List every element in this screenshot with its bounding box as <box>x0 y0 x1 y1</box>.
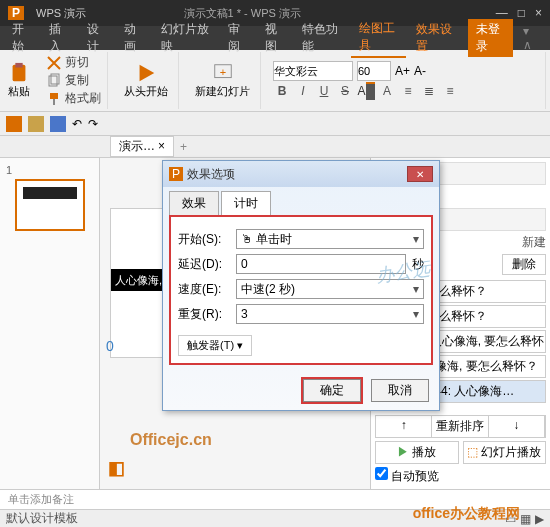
remove-button[interactable]: 删除 <box>502 254 546 275</box>
repeat-label: 重复(R): <box>178 306 230 323</box>
start-label: 开始(S): <box>178 231 230 248</box>
tab-timing[interactable]: 计时 <box>221 191 271 216</box>
underline-button[interactable]: U <box>315 82 333 100</box>
doc-tabstrip: 演示… × + <box>0 136 550 158</box>
tab-close-icon[interactable]: × <box>158 139 165 153</box>
numbering-button[interactable]: ≣ <box>420 82 438 100</box>
close-button[interactable]: × <box>535 6 542 20</box>
watermark-footer: office办公教程网 <box>413 505 520 523</box>
dialog-close-button[interactable]: ✕ <box>407 166 433 182</box>
view-slideshow-icon[interactable]: ▶ <box>535 512 544 526</box>
paste-group: 粘贴 <box>4 52 34 109</box>
screen-icon: ⬚ <box>467 445 478 459</box>
ok-button[interactable]: 确定 <box>303 379 361 402</box>
reorder-down[interactable]: ↓ <box>489 416 545 437</box>
copy-icon <box>46 73 62 89</box>
delay-unit: 秒 <box>412 256 424 273</box>
thumbnail-panel: 1 <box>0 158 100 489</box>
delay-spinner[interactable]: 0 <box>236 254 406 274</box>
office-logo-icon: ◧ <box>108 457 125 479</box>
minimize-button[interactable]: — <box>496 6 508 20</box>
add-tab-button[interactable]: + <box>174 140 193 154</box>
view-sorter-icon[interactable]: ▦ <box>520 512 531 526</box>
menu-bar: 开始 插入 设计 动画 幻灯片放映 审阅 视图 特色功能 绘图工具 效果设置 未… <box>0 26 550 50</box>
paste-button[interactable]: 粘贴 <box>8 84 30 99</box>
font-grow[interactable]: A+ <box>395 64 410 78</box>
repeat-select[interactable]: 3 <box>236 304 424 324</box>
template-name: 默认设计模板 <box>6 510 78 527</box>
svg-rect-1 <box>15 63 22 68</box>
quick-toolbar: ↶ ↷ <box>0 112 550 136</box>
maximize-button[interactable]: □ <box>518 6 525 20</box>
slideshow-button[interactable]: ⬚ 幻灯片播放 <box>463 441 547 464</box>
dialog-titlebar[interactable]: P 效果选项 ✕ <box>163 161 439 187</box>
save-icon[interactable] <box>50 116 66 132</box>
new-slide-icon: + <box>212 62 234 84</box>
play-icon <box>135 62 157 84</box>
brush-icon <box>46 91 62 107</box>
svg-rect-5 <box>53 99 55 105</box>
bullets-button[interactable]: ≡ <box>399 82 417 100</box>
effect-options-dialog: P 效果选项 ✕ 效果 计时 开始(S): 🖱 单击时 延迟(D): 0 秒 速… <box>162 160 440 411</box>
mouse-icon: 🖱 <box>241 232 253 246</box>
start-select[interactable]: 🖱 单击时 <box>236 229 424 249</box>
copy-button[interactable]: 复制 <box>46 72 101 89</box>
svg-marker-6 <box>140 65 155 82</box>
cut-button[interactable]: 剪切 <box>46 54 101 71</box>
speed-label: 速度(E): <box>178 281 230 298</box>
strike-button[interactable]: S <box>336 82 354 100</box>
scissors-icon <box>46 55 62 71</box>
font-shrink[interactable]: A- <box>414 64 426 78</box>
anim-marker-1: 0 <box>106 338 114 354</box>
reorder-bar: ↑ 重新排序 ↓ <box>375 415 546 438</box>
newslide-button[interactable]: 新建幻灯片 <box>195 84 250 99</box>
italic-button[interactable]: I <box>294 82 312 100</box>
font-color-button[interactable]: A <box>357 82 375 100</box>
format-painter-button[interactable]: 格式刷 <box>46 90 101 107</box>
highlight-button[interactable]: A <box>378 82 396 100</box>
redo-button[interactable]: ↷ <box>88 117 98 131</box>
watermark-url: Officejc.cn <box>130 431 212 449</box>
dialog-title: 效果选项 <box>187 166 235 183</box>
open-icon[interactable] <box>28 116 44 132</box>
font-name-select[interactable] <box>273 61 353 81</box>
fromhead-button[interactable]: 从头开始 <box>124 84 168 99</box>
cancel-button[interactable]: 取消 <box>371 379 429 402</box>
slide-number: 1 <box>6 164 12 176</box>
font-size-select[interactable] <box>357 61 391 81</box>
dialog-body: 开始(S): 🖱 单击时 延迟(D): 0 秒 速度(E): 中速(2 秒) 重… <box>169 215 433 365</box>
trigger-button[interactable]: 触发器(T) ▾ <box>178 335 252 356</box>
dialog-icon: P <box>169 167 183 181</box>
delay-label: 延迟(D): <box>178 256 230 273</box>
app-logo: P <box>8 6 24 20</box>
menu-overflow[interactable]: ▾ ∧ <box>515 22 546 54</box>
ribbon: 粘贴 剪切 复制 格式刷 从头开始 + 新建幻灯片 A+ A- B I U S … <box>0 50 550 112</box>
undo-button[interactable]: ↶ <box>72 117 82 131</box>
align-button[interactable]: ≡ <box>441 82 459 100</box>
paste-icon <box>8 62 30 84</box>
reorder-up[interactable]: ↑ <box>376 416 432 437</box>
svg-rect-4 <box>50 93 58 99</box>
bold-button[interactable]: B <box>273 82 291 100</box>
play-icon: ▶ <box>397 445 409 459</box>
speed-select[interactable]: 中速(2 秒) <box>236 279 424 299</box>
doc-tab[interactable]: 演示… × <box>110 136 174 157</box>
autopreview-checkbox[interactable]: 自动预览 <box>375 467 546 485</box>
tab-effect[interactable]: 效果 <box>169 191 219 216</box>
new-doc-icon[interactable] <box>6 116 22 132</box>
svg-text:+: + <box>219 66 225 78</box>
reorder-label: 重新排序 <box>432 416 488 437</box>
slide-thumbnail-1[interactable] <box>15 179 85 231</box>
play-button[interactable]: ▶ 播放 <box>375 441 459 464</box>
